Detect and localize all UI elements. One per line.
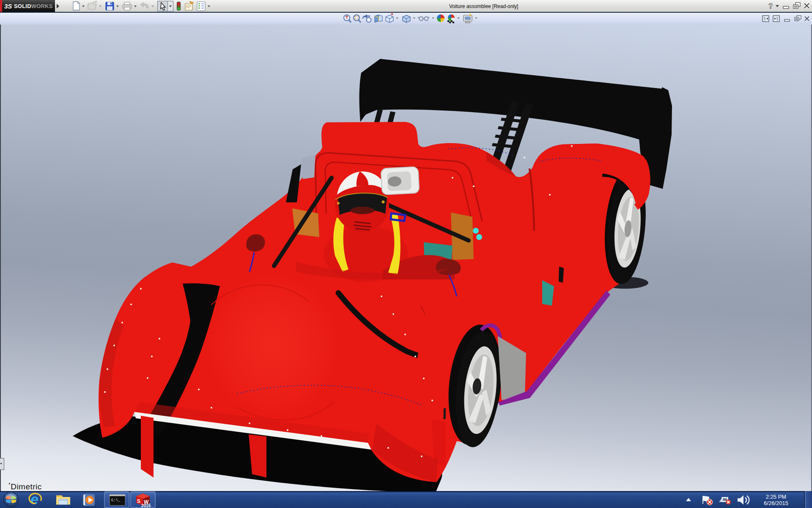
svg-text:2015: 2015 — [141, 503, 151, 508]
svg-text:S: S — [137, 498, 140, 504]
svg-text:?: ? — [768, 2, 773, 10]
svg-text:C:\_: C:\_ — [111, 498, 121, 502]
svg-text:SOLIDWORKS: SOLIDWORKS — [14, 3, 53, 9]
svg-text:3S: 3S — [4, 3, 12, 10]
